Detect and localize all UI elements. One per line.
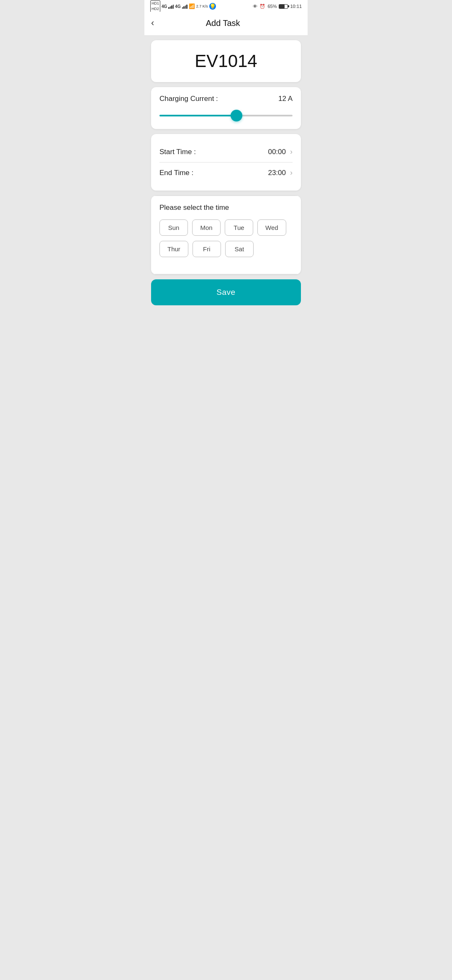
wifi-icon: 📶 — [189, 3, 195, 9]
day-button-thur[interactable]: Thur — [159, 241, 188, 257]
hd1-indicator: HD1HD2 — [150, 0, 160, 12]
start-time-label: Start Time : — [159, 148, 196, 156]
end-time-chevron-icon: › — [290, 168, 293, 177]
header: ‹ Add Task — [144, 12, 308, 35]
day-card-inner: Please select the time Sun Mon Tue Wed T… — [151, 196, 301, 271]
day-button-mon[interactable]: Mon — [192, 219, 221, 236]
days-row-1: Sun Mon Tue Wed — [159, 219, 293, 236]
end-time-value: 23:00 — [268, 169, 286, 177]
clock-time: 10:11 — [290, 4, 302, 9]
status-left: HD1HD2 4G 4G 📶 2.7 K/s 💡 — [150, 0, 216, 12]
save-button[interactable]: Save — [151, 279, 301, 305]
end-time-label: End Time : — [159, 169, 193, 177]
end-time-row[interactable]: End Time : 23:00 › — [159, 162, 293, 183]
start-time-value-group: 00:00 › — [268, 147, 293, 156]
page-title: Add Task — [157, 18, 288, 28]
network-indicator: 4G — [162, 4, 167, 9]
card-bottom-divider — [151, 274, 301, 274]
day-selection-card: Please select the time Sun Mon Tue Wed T… — [151, 196, 301, 274]
status-right: 👁 ⏰ 65% 10:11 — [253, 4, 302, 9]
eye-icon: 👁 — [253, 4, 257, 9]
bulb-icon: 💡 — [209, 3, 216, 10]
end-time-value-group: 23:00 › — [268, 168, 293, 177]
day-button-wed[interactable]: Wed — [257, 219, 286, 236]
start-time-chevron-icon: › — [290, 147, 293, 156]
charging-header: Charging Current : 12 A — [159, 95, 293, 103]
charging-current-value: 12 A — [278, 95, 293, 103]
start-time-row[interactable]: Start Time : 00:00 › — [159, 142, 293, 162]
day-button-fri[interactable]: Fri — [193, 241, 221, 257]
ev-device-name: EV1014 — [159, 48, 293, 75]
day-button-sun[interactable]: Sun — [159, 219, 188, 236]
ev-name-card: EV1014 — [151, 40, 301, 82]
time-card: Start Time : 00:00 › End Time : 23:00 › — [151, 134, 301, 191]
start-time-value: 00:00 — [268, 148, 286, 156]
charging-current-card: Charging Current : 12 A — [151, 87, 301, 129]
main-content: EV1014 Charging Current : 12 A Start Tim… — [144, 35, 308, 310]
day-button-tue[interactable]: Tue — [225, 219, 253, 236]
network-2-indicator: 4G — [175, 4, 180, 9]
speed-indicator: 2.7 K/s — [196, 4, 208, 8]
status-bar: HD1HD2 4G 4G 📶 2.7 K/s 💡 👁 ⏰ 65% 10:11 — [144, 0, 308, 12]
days-row-2: Thur Fri Sat — [159, 241, 293, 257]
day-button-sat[interactable]: Sat — [225, 241, 254, 257]
charging-current-label: Charging Current : — [159, 95, 218, 103]
battery-percent: 65% — [267, 4, 277, 9]
battery-icon — [279, 4, 288, 9]
back-button[interactable]: ‹ — [151, 17, 157, 29]
signal-bars-2 — [182, 4, 187, 9]
signal-bars-1 — [168, 4, 174, 9]
day-select-prompt: Please select the time — [159, 204, 293, 212]
charging-slider-container[interactable] — [159, 110, 293, 121]
alarm-icon: ⏰ — [259, 4, 265, 9]
